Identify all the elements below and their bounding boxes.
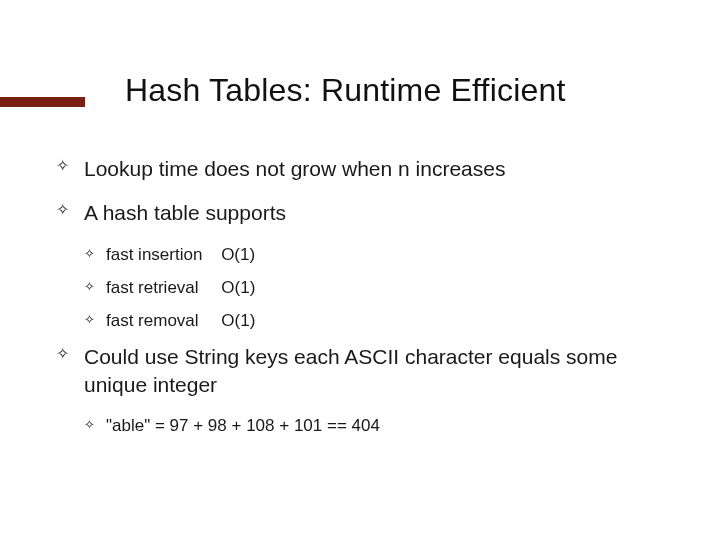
supports-subgroup: fast insertion O(1) fast retrieval O(1) … — [56, 244, 680, 333]
sub-removal: fast removal O(1) — [84, 310, 680, 333]
string-keys-subgroup: "able" = 97 + 98 + 108 + 101 == 404 — [56, 415, 680, 438]
sub-insertion-complexity: O(1) — [221, 245, 255, 264]
sub-insertion: fast insertion O(1) — [84, 244, 680, 267]
sub-removal-label: fast removal — [106, 311, 199, 330]
bullet-string-keys: Could use String keys each ASCII charact… — [56, 343, 680, 400]
bullet-supports: A hash table supports — [56, 199, 680, 227]
slide-content: Lookup time does not grow when n increas… — [56, 155, 680, 448]
bullet-lookup-time: Lookup time does not grow when n increas… — [56, 155, 680, 183]
sub-insertion-label: fast insertion — [106, 245, 202, 264]
slide-title: Hash Tables: Runtime Efficient — [125, 72, 566, 109]
sub-able-example: "able" = 97 + 98 + 108 + 101 == 404 — [84, 415, 680, 438]
accent-bar — [0, 97, 85, 107]
bullet-string-keys-text: Could use String keys each ASCII charact… — [84, 345, 617, 396]
sub-removal-complexity: O(1) — [221, 311, 255, 330]
bullet-supports-text: A hash table supports — [84, 201, 286, 224]
sub-retrieval-complexity: O(1) — [221, 278, 255, 297]
slide: Hash Tables: Runtime Efficient Lookup ti… — [0, 0, 720, 540]
sub-retrieval-label: fast retrieval — [106, 278, 199, 297]
sub-retrieval: fast retrieval O(1) — [84, 277, 680, 300]
